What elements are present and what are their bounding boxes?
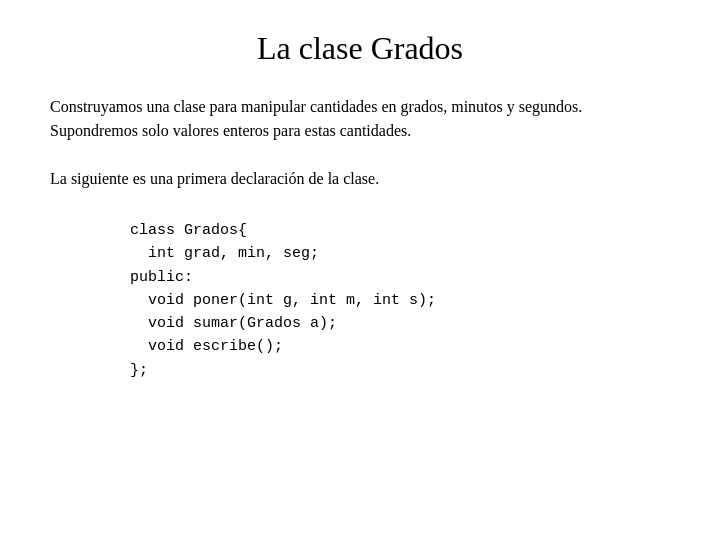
page-title: La clase Grados <box>50 30 670 67</box>
main-page: La clase Grados Construyamos una clase p… <box>0 0 720 540</box>
paragraph-1: Construyamos una clase para manipular ca… <box>50 95 670 143</box>
paragraph-2: La siguiente es una primera declaración … <box>50 167 670 191</box>
code-block: class Grados{ int grad, min, seg; public… <box>50 219 670 382</box>
